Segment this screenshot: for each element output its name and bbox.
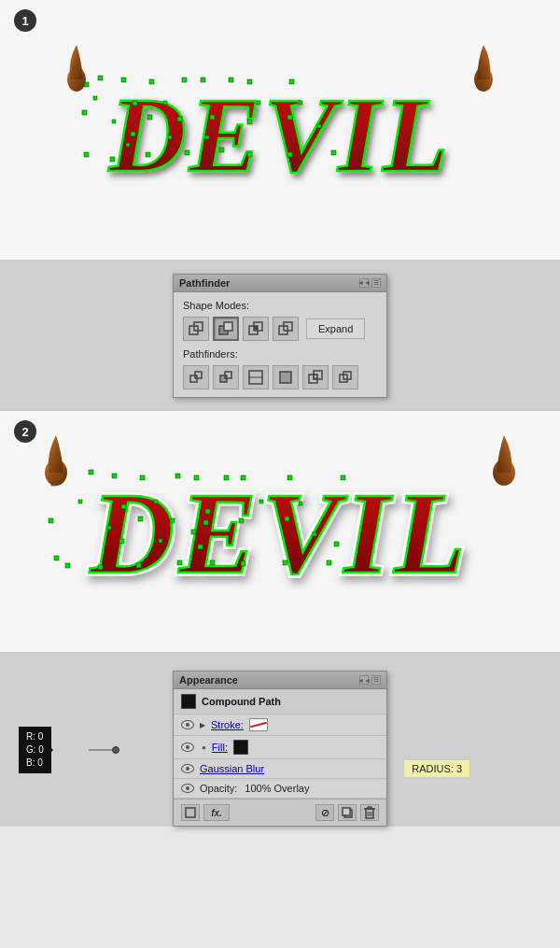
svg-rect-14 xyxy=(177,117,182,121)
rgb-tooltip: R: 0 G: 0 B: 0 xyxy=(19,727,51,773)
expand-button[interactable]: Expand xyxy=(306,318,365,339)
gaussian-blur-visibility[interactable] xyxy=(181,764,194,773)
devil-text-svg-1: DEVIL xyxy=(56,68,504,190)
shape-btn-intersect[interactable] xyxy=(243,317,269,341)
appearance-title: Appearance xyxy=(179,674,238,686)
svg-rect-65 xyxy=(89,470,93,474)
svg-rect-31 xyxy=(163,101,167,105)
svg-rect-20 xyxy=(219,148,224,152)
opacity-value: 100% Overlay xyxy=(245,783,309,794)
svg-rect-72 xyxy=(175,474,180,478)
svg-rect-63 xyxy=(49,518,53,523)
svg-rect-68 xyxy=(119,539,124,544)
svg-rect-77 xyxy=(194,475,199,480)
path-btn-6[interactable] xyxy=(332,365,358,389)
footer-square-btn[interactable] xyxy=(181,804,200,821)
stroke-label[interactable]: Stroke: xyxy=(211,719,244,730)
gaussian-blur-row[interactable]: Gaussian Blur RADIUS: 3 xyxy=(174,759,386,779)
shape-btn-unite[interactable] xyxy=(183,317,209,341)
fill-visibility[interactable] xyxy=(181,743,194,752)
compound-path-swatch xyxy=(181,694,196,709)
shape-modes-row: Expand xyxy=(183,317,377,341)
svg-text:DEVIL: DEVIL xyxy=(108,76,451,190)
svg-rect-99 xyxy=(313,532,316,536)
rgb-r: R: 0 xyxy=(26,730,44,743)
svg-rect-24 xyxy=(289,79,294,84)
shape-btn-exclude[interactable] xyxy=(273,317,299,341)
pathfinder-body: Shape Modes: xyxy=(174,292,386,397)
svg-rect-64 xyxy=(54,556,59,560)
svg-rect-34 xyxy=(257,101,260,105)
svg-rect-100 xyxy=(186,808,195,817)
pathfinder-panel: Pathfinder ◄◄ ☰ Shape Modes: xyxy=(173,274,387,398)
pathfinder-menu[interactable]: ☰ xyxy=(371,278,381,288)
svg-rect-13 xyxy=(147,115,152,120)
shape-modes-label: Shape Modes: xyxy=(183,300,377,311)
svg-rect-4 xyxy=(82,110,87,115)
svg-rect-23 xyxy=(247,152,252,157)
stroke-arrow: ▶ xyxy=(200,721,205,729)
svg-rect-76 xyxy=(177,560,182,565)
fill-row[interactable]: ● Fill: xyxy=(174,736,386,759)
section-appearance: R: 0 G: 0 B: 0 Appearance ◄◄ ☰ Compound … xyxy=(0,654,560,827)
svg-rect-8 xyxy=(131,132,135,136)
svg-rect-5 xyxy=(98,76,103,80)
devil-text-svg-2: DEVIL DEVIL xyxy=(37,462,523,598)
section-pathfinder: Pathfinder ◄◄ ☰ Shape Modes: xyxy=(0,262,560,411)
svg-rect-69 xyxy=(98,565,103,570)
stroke-visibility[interactable] xyxy=(181,720,194,729)
devil-text-container-2: DEVIL DEVIL xyxy=(37,462,523,601)
svg-rect-97 xyxy=(259,500,263,503)
svg-rect-95 xyxy=(154,500,158,503)
rgb-g: G: 0 xyxy=(26,743,44,757)
appearance-body: Compound Path ▶ Stroke: ● Fill: xyxy=(174,689,386,799)
opacity-row[interactable]: Opacity: 100% Overlay xyxy=(174,779,386,799)
pathfinder-double-arrow[interactable]: ◄◄ xyxy=(359,278,369,288)
svg-rect-26 xyxy=(287,152,292,157)
svg-rect-66 xyxy=(112,474,117,478)
footer-no-btn[interactable]: ⊘ xyxy=(315,804,334,821)
rgb-b: B: 0 xyxy=(26,757,44,770)
svg-rect-93 xyxy=(78,500,82,503)
svg-rect-79 xyxy=(203,520,208,525)
path-btn-4[interactable] xyxy=(273,365,299,389)
appearance-menu[interactable]: ☰ xyxy=(371,675,381,685)
fill-spacer: ● xyxy=(202,743,206,752)
appearance-double-arrow[interactable]: ◄◄ xyxy=(359,675,369,685)
svg-rect-96 xyxy=(159,539,162,543)
footer-dup-btn[interactable] xyxy=(338,804,357,821)
path-btn-5[interactable] xyxy=(302,365,329,389)
path-btn-3[interactable] xyxy=(243,365,269,389)
section-1: 1 xyxy=(0,0,560,262)
footer-fx-btn[interactable]: fx. xyxy=(203,804,230,821)
shape-btn-minus-front[interactable] xyxy=(213,317,239,341)
appearance-titlebar: Appearance ◄◄ ☰ xyxy=(174,672,386,689)
svg-rect-22 xyxy=(247,120,252,124)
svg-rect-15 xyxy=(146,152,150,157)
svg-rect-102 xyxy=(343,808,350,815)
path-btn-2[interactable] xyxy=(213,365,239,389)
svg-rect-17 xyxy=(201,78,205,82)
svg-rect-94 xyxy=(107,526,111,530)
connector-dot xyxy=(112,746,119,754)
compound-path-label: Compound Path xyxy=(202,696,281,707)
pathfinder-title: Pathfinder xyxy=(179,277,230,289)
path-btn-1[interactable] xyxy=(183,365,209,389)
fill-label[interactable]: Fill: xyxy=(212,742,228,753)
svg-rect-75 xyxy=(136,563,141,568)
svg-rect-40 xyxy=(224,322,232,331)
opacity-label: Opacity: xyxy=(200,783,237,794)
svg-rect-21 xyxy=(247,79,252,84)
svg-rect-71 xyxy=(140,475,145,480)
gaussian-blur-label[interactable]: Gaussian Blur xyxy=(200,763,264,774)
footer-trash-btn[interactable] xyxy=(360,804,379,821)
svg-rect-12 xyxy=(182,78,187,82)
svg-rect-81 xyxy=(198,545,203,549)
svg-rect-98 xyxy=(299,502,302,505)
svg-rect-70 xyxy=(65,563,70,568)
svg-rect-6 xyxy=(121,78,126,82)
svg-rect-29 xyxy=(112,120,116,123)
fill-swatch xyxy=(233,740,248,755)
opacity-visibility[interactable] xyxy=(181,784,194,793)
stroke-row[interactable]: ▶ Stroke: xyxy=(174,715,386,736)
